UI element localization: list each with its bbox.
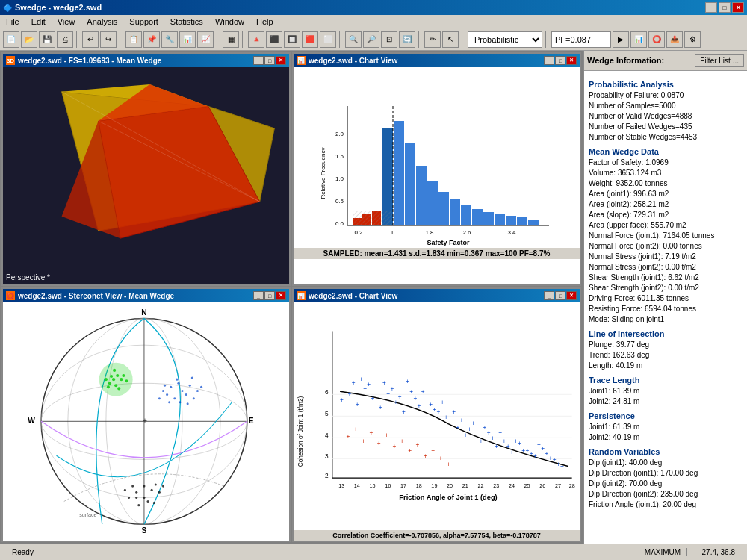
print-button[interactable]: 🖨: [57, 31, 73, 48]
tool10[interactable]: 🟥: [302, 31, 318, 48]
svg-point-86: [164, 385, 166, 387]
svg-text:E: E: [249, 417, 254, 426]
svg-text:+: +: [400, 438, 404, 445]
sidebar-section-title-0: Probabilistic Analysis: [589, 80, 743, 89]
sep5: [339, 31, 342, 48]
histogram-close-btn[interactable]: ✕: [566, 56, 577, 65]
wedge-restore-btn[interactable]: □: [264, 56, 275, 65]
menu-statistics[interactable]: Statistics: [167, 17, 206, 26]
svg-text:25: 25: [524, 482, 530, 489]
svg-text:20: 20: [447, 482, 453, 489]
svg-text:+: +: [510, 449, 514, 456]
minimize-button[interactable]: _: [705, 2, 717, 13]
tool3[interactable]: 🔧: [161, 31, 178, 48]
svg-text:+: +: [421, 390, 425, 396]
select-button[interactable]: ↖: [442, 31, 459, 48]
histogram-restore-btn[interactable]: □: [555, 56, 565, 65]
svg-text:21: 21: [462, 482, 468, 489]
svg-rect-41: [353, 211, 392, 225]
filter-list-button[interactable]: Filter List ...: [695, 54, 744, 67]
svg-text:surface: surface: [79, 512, 96, 518]
svg-text:+: +: [356, 402, 359, 408]
undo-button[interactable]: ↩: [82, 31, 99, 48]
export-button[interactable]: 📤: [666, 31, 683, 48]
scatter-restore-btn[interactable]: □: [555, 291, 565, 300]
menu-support[interactable]: Support: [126, 17, 161, 26]
analysis-mode-dropdown[interactable]: Probabilistic Deterministic: [468, 31, 542, 48]
svg-rect-29: [416, 166, 427, 225]
svg-text:3.4: 3.4: [507, 229, 516, 236]
zoom-fit-button[interactable]: ⊡: [381, 31, 397, 48]
settings-button[interactable]: ⚙: [684, 31, 701, 48]
svg-point-73: [181, 390, 183, 392]
save-button[interactable]: 💾: [39, 31, 55, 48]
tool6[interactable]: ▦: [223, 31, 239, 48]
menu-view[interactable]: View: [55, 17, 78, 26]
stereonet-panel-icon: ⭕: [6, 291, 15, 300]
status-coords: -27.4, 36.8: [693, 548, 741, 556]
sidebar-scroll[interactable]: Probabilistic AnalysisProbability of Fai…: [584, 71, 747, 544]
tool4[interactable]: 📊: [179, 31, 196, 48]
app-icon: 🔷: [3, 4, 12, 12]
menu-file[interactable]: File: [3, 17, 22, 26]
sidebar-info-line-0-0: Probability of Failure: 0.0870: [589, 90, 743, 101]
menu-window[interactable]: Window: [212, 17, 247, 26]
svg-point-88: [151, 489, 153, 491]
svg-text:13: 13: [338, 482, 344, 489]
scatter-panel-buttons: _ □ ✕: [544, 291, 577, 300]
svg-point-89: [135, 491, 137, 494]
copy-button[interactable]: 📋: [125, 31, 142, 48]
tool8[interactable]: ⬛: [266, 31, 282, 48]
open-button[interactable]: 📂: [21, 31, 37, 48]
draw-button[interactable]: ✏: [424, 31, 441, 48]
menu-help[interactable]: Help: [253, 17, 276, 26]
stereonet-close-btn[interactable]: ✕: [276, 291, 286, 300]
sidebar-info-line-5-1: Dip Direction (joint1): 170.00 deg: [589, 468, 743, 479]
zoom-out-button[interactable]: 🔍: [345, 31, 362, 48]
scatter-close-btn[interactable]: ✕: [566, 291, 577, 300]
chart-button[interactable]: 📊: [630, 31, 647, 48]
stereonet-minimize-btn[interactable]: _: [253, 291, 264, 300]
rotate-button[interactable]: 🔄: [399, 31, 415, 48]
stereonet-button[interactable]: ⭕: [648, 31, 665, 48]
svg-rect-33: [461, 205, 471, 225]
svg-text:19: 19: [431, 482, 437, 489]
wedge-minimize-btn[interactable]: _: [253, 56, 264, 65]
redo-button[interactable]: ↪: [100, 31, 117, 48]
scatter-panel-titlebar: 📊 wedge2.swd - Chart View _ □ ✕: [294, 289, 580, 302]
paste-button[interactable]: 📌: [143, 31, 160, 48]
sidebar-info-line-5-0: Dip (joint1): 40.00 deg: [589, 458, 743, 468]
svg-text:+: +: [354, 426, 358, 433]
stereonet-restore-btn[interactable]: □: [264, 291, 275, 300]
tool7[interactable]: 🔺: [248, 31, 264, 48]
new-button[interactable]: 📄: [3, 31, 19, 48]
svg-point-76: [189, 385, 191, 387]
svg-point-79: [193, 398, 195, 400]
svg-text:+: +: [521, 448, 525, 455]
svg-point-71: [166, 393, 168, 396]
svg-text:+: +: [408, 448, 412, 455]
svg-point-97: [128, 497, 130, 499]
pf-compute-button[interactable]: ▶: [613, 31, 629, 48]
title-bar-buttons: _ □ ✕: [705, 2, 744, 13]
menu-analysis[interactable]: Analysis: [84, 17, 120, 26]
tool11[interactable]: ⬜: [320, 31, 336, 48]
histogram-minimize-btn[interactable]: _: [544, 56, 554, 65]
svg-text:Safety Factor: Safety Factor: [427, 239, 470, 246]
svg-text:18: 18: [416, 482, 422, 489]
zoom-in-button[interactable]: 🔎: [363, 31, 379, 48]
tool5[interactable]: 📈: [197, 31, 214, 48]
stereonet-panel-titlebar: ⭕ wedge2.swd - Stereonet View - Mean Wed…: [3, 289, 289, 302]
maximize-button[interactable]: □: [719, 2, 731, 13]
close-button[interactable]: ✕: [732, 2, 744, 13]
menu-edit[interactable]: Edit: [28, 17, 49, 26]
svg-point-85: [191, 377, 193, 379]
scatter-minimize-btn[interactable]: _: [544, 291, 554, 300]
histogram-caption: SAMPLED: mean=1.431 s.d.=1.834 min=0.367…: [294, 248, 580, 259]
sidebar-info-line-5-3: Dip Direction (joint2): 235.00 deg: [589, 489, 743, 500]
tool9[interactable]: 🔲: [284, 31, 300, 48]
wedge-close-btn[interactable]: ✕: [276, 56, 286, 65]
sidebar-info-line-5-2: Dip (joint2): 70.00 deg: [589, 479, 743, 489]
svg-text:+: +: [495, 444, 498, 450]
svg-text:+: +: [418, 403, 421, 410]
